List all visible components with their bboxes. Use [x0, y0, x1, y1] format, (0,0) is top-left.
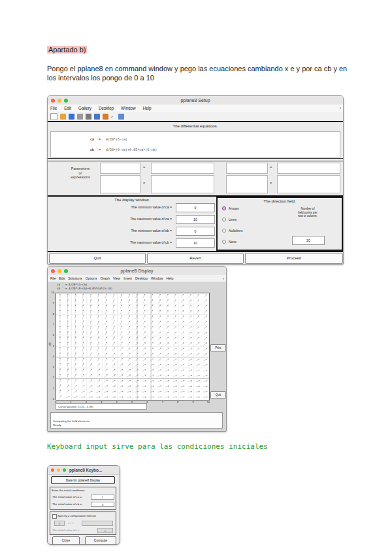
param-name-field[interactable] — [226, 163, 268, 174]
revert-button[interactable]: Revert — [147, 253, 244, 264]
status-message: Computing the field elements. — [53, 419, 90, 423]
keyboard-input-note: Keyboard input sirve para las condicione… — [47, 442, 268, 451]
menu-solutions[interactable]: Solutions — [68, 276, 82, 280]
proceed-button[interactable]: Proceed — [245, 253, 343, 264]
y-tick-label: 8 — [48, 312, 54, 316]
y-tick-label: 2 — [48, 376, 54, 379]
radio-none[interactable]: None — [222, 240, 237, 244]
initial-t-field[interactable]: 0 — [97, 528, 113, 533]
menu-desktop[interactable]: Desktop — [99, 106, 114, 110]
max-cb-label: The maximum value of cb = — [48, 240, 172, 244]
radio-lines[interactable]: Lines — [222, 218, 237, 221]
open-file-icon[interactable] — [60, 114, 66, 120]
interval-checkbox-label: Specify a computation interval — [57, 514, 96, 517]
field-points-field[interactable]: 20 — [292, 236, 325, 245]
initial-t-label: The initial value of t = — [52, 529, 80, 532]
menu-file[interactable]: File — [50, 276, 56, 280]
display-window-panel: The display window. The minimum value of… — [48, 197, 216, 251]
insert-colorbar-icon[interactable] — [103, 114, 108, 120]
initial-cb-field[interactable]: 0 — [91, 502, 114, 507]
print-icon[interactable] — [77, 114, 83, 120]
menu-edit[interactable]: Edit — [64, 106, 71, 110]
dock-icon[interactable] — [118, 114, 124, 120]
setup-titlebar[interactable]: pplane8 Setup — [48, 96, 343, 105]
menu-graph[interactable]: Graph — [101, 276, 110, 280]
menu-window[interactable]: Window — [121, 106, 135, 110]
minimize-traffic-light-icon[interactable] — [57, 468, 60, 472]
radio-icon[interactable] — [222, 240, 226, 244]
menu-view[interactable]: View — [113, 276, 120, 280]
display-panel-title: The display window. — [48, 198, 216, 202]
param-name-field[interactable] — [100, 175, 140, 193]
quit-button[interactable]: Quit — [49, 253, 146, 264]
menu-desktop[interactable]: Desktop — [135, 276, 148, 280]
equation-cb-field[interactable]: 4/20*(0-cb)+0.05*ca*(5-cb) — [103, 148, 340, 152]
interval-to-field[interactable] — [82, 521, 113, 526]
min-cb-field[interactable]: 0 — [176, 227, 215, 236]
quit-button[interactable]: Quit — [210, 391, 226, 399]
menu-help[interactable]: Help — [142, 106, 151, 110]
close-traffic-light-icon[interactable] — [51, 468, 54, 472]
initial-ca-label: The initial value of ca = — [52, 495, 82, 498]
section-heading: Apartado b) — [47, 46, 87, 54]
min-ca-field[interactable]: 0 — [176, 203, 215, 212]
new-file-icon[interactable] — [50, 113, 57, 120]
direction-field-quiver[interactable] — [56, 293, 209, 400]
intro-paragraph: Pongo el pplane8 en command window y peg… — [47, 64, 355, 82]
keyboard-window-title: pplane8 Keybo... — [69, 468, 102, 472]
radio-icon[interactable] — [222, 229, 226, 233]
initial-ca-field[interactable]: 1 — [91, 495, 114, 500]
ready-message: Ready. — [53, 423, 61, 427]
traffic-lights — [51, 468, 66, 472]
phase-plane-plot[interactable] — [56, 293, 210, 400]
param-value-field[interactable] — [277, 175, 340, 193]
compute-button[interactable]: Compute — [85, 536, 116, 545]
radio-selected-icon[interactable] — [222, 206, 226, 210]
display-titlebar[interactable]: pplane8 Display — [48, 267, 226, 276]
menu-gallery[interactable]: Gallery — [78, 106, 91, 110]
interval-mid-label: < t < — [68, 521, 74, 525]
close-button[interactable]: Close — [52, 536, 80, 545]
radio-icon[interactable] — [222, 218, 226, 221]
keyboard-titlebar[interactable]: pplane8 Keybo... — [48, 466, 120, 475]
menu-edit[interactable]: Edit — [59, 276, 65, 280]
equals-label: = — [143, 165, 145, 169]
save-icon[interactable] — [69, 114, 74, 120]
interval-checkbox[interactable] — [52, 514, 57, 519]
max-ca-field[interactable]: 10 — [176, 215, 215, 224]
radio-nullclines[interactable]: Nullclines — [222, 229, 242, 233]
menu-window[interactable]: Window — [151, 276, 163, 280]
param-name-field[interactable] — [100, 163, 140, 174]
menu-help[interactable]: Help — [167, 276, 174, 280]
menu-insert[interactable]: Insert — [123, 276, 132, 280]
menu-overflow-icon[interactable]: › — [340, 106, 341, 110]
forward-icon[interactable]: › — [111, 114, 116, 120]
y-tick-label: 10 — [48, 291, 54, 294]
initial-conditions-box: Enter the initial conditions: The initia… — [50, 487, 116, 510]
setup-lower-panels: The display window. The minimum value of… — [48, 197, 343, 252]
setup-toolbar: › — [48, 112, 343, 121]
param-value-field[interactable] — [151, 163, 214, 174]
y-tick-label: 6 — [48, 333, 54, 336]
x-tick-label: 9 — [191, 400, 196, 404]
direction-field-panel: The direction field. Arrows Lines Nullcl… — [216, 197, 343, 251]
param-name-field[interactable] — [226, 175, 268, 193]
insert-legend-icon[interactable] — [94, 114, 100, 120]
refresh-icon[interactable] — [86, 114, 91, 120]
equation-variable-ca: ca — [51, 137, 94, 141]
equation-ca-field[interactable]: 4/20*(5-ca) — [103, 137, 340, 141]
direction-field-title: The direction field. — [218, 199, 342, 203]
param-value-field[interactable] — [277, 163, 340, 174]
radio-arrows[interactable]: Arrows — [222, 206, 239, 210]
max-cb-field[interactable]: 10 — [176, 238, 215, 248]
menu-overflow-icon[interactable]: › — [223, 276, 224, 280]
interval-from-field[interactable]: 0 — [54, 521, 65, 526]
menu-options[interactable]: Options — [86, 276, 97, 280]
initial-conditions-instructions: Enter the initial conditions: — [52, 489, 85, 492]
param-value-field[interactable] — [151, 175, 214, 193]
print-button[interactable]: Print — [210, 344, 226, 351]
menu-file[interactable]: File — [50, 106, 57, 110]
display-window-title: pplane8 Display — [48, 269, 226, 273]
y-tick-label: 3 — [48, 365, 54, 368]
zoom-traffic-light-icon[interactable] — [63, 468, 66, 472]
